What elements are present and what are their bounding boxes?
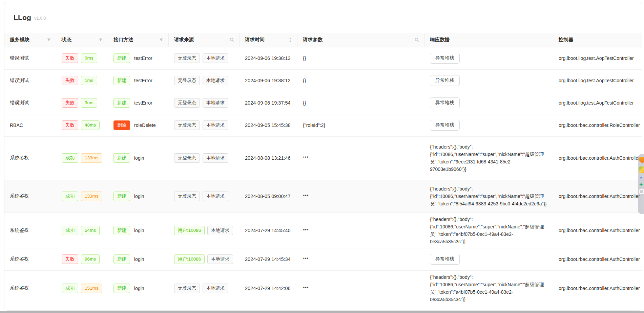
column-header-method: 接口方法 [108, 33, 169, 47]
module-cell: 错误测试 [4, 69, 56, 92]
source-tag: 本地请求 [203, 284, 228, 293]
search-icon[interactable] [230, 38, 234, 42]
response-json: {"headers":{},"body":{"id":10086,"userNa… [430, 216, 548, 245]
status-tag: 失败 [62, 120, 78, 130]
controller-cell [553, 306, 642, 311]
status-tag: 成功 [62, 226, 78, 235]
exception-stack-button[interactable]: 异常堆栈 [430, 120, 460, 131]
method-name: testError [134, 100, 152, 106]
params-cell: *** [297, 248, 424, 270]
response-cell: 异常堆栈 [424, 114, 553, 136]
params-cell: {"roleId":2} [297, 114, 424, 136]
params-cell: {} [297, 92, 424, 114]
table-row: 系统鉴权 失败96ms 新建login 用户:10086本地请求 2024-07… [4, 248, 642, 270]
duration-tag: 48ms [81, 120, 100, 130]
source-tag: 用户:10086 [174, 254, 205, 264]
method-name: login [134, 256, 144, 262]
table-row: 错误测试 失败3ms 新建testError 无登录态本地请求 2024-09-… [4, 92, 642, 114]
source-cell: 无登录态本地请求 [169, 92, 240, 114]
params-cell: *** [297, 213, 424, 248]
table-row: 系统鉴权 成功54ms 新建login 用户:10086本地请求 2024-07… [4, 213, 642, 248]
time-cell [240, 306, 297, 311]
source-cell: 无登录态本地请求 [169, 136, 240, 180]
column-header-params: 请求参数 [297, 33, 424, 47]
source-tag: 本地请求 [203, 76, 228, 85]
time-cell: 2024-09-06 19:38:12 [240, 69, 297, 92]
params-cell: {} [297, 47, 424, 69]
status-cell: 失败3ms [56, 92, 108, 114]
params-cell: *** [297, 180, 424, 213]
log-table: 服务模块 状态 接口方法 [4, 33, 642, 311]
square-icon[interactable] [639, 189, 644, 194]
controller-cell: org.lboot.rbac.controller.RoleController [553, 114, 642, 136]
app-window: LLog v1.0.0 服务模块 状态 [4, 2, 642, 311]
duration-tag: 1ms [81, 76, 97, 85]
method-name: testError [134, 78, 152, 83]
duration-tag: 133ms [81, 192, 102, 201]
column-label: 响应数据 [430, 37, 450, 43]
column-header-controller: 控制器 [553, 33, 642, 47]
exception-stack-button[interactable]: 异常堆栈 [430, 254, 460, 265]
source-cell: 无登录态本地请求 [169, 69, 240, 92]
action-tag: 新建 [113, 53, 130, 63]
module-cell: 错误测试 [4, 92, 56, 114]
module-cell: RBAC [4, 114, 56, 136]
source-tag: 无登录态 [174, 76, 200, 85]
controller-cell: org.lboot.rbac.controller.AuthController [553, 248, 642, 270]
shield-icon[interactable] [639, 157, 644, 163]
source-tag: 用户:10086 [174, 226, 205, 235]
sorter-icon[interactable] [289, 37, 292, 43]
status-cell: 成功151ms [56, 270, 108, 306]
exception-stack-button[interactable]: 异常堆栈 [430, 75, 460, 86]
filter-icon[interactable] [99, 38, 103, 42]
time-cell: 2024-09-06 19:37:54 [240, 92, 297, 114]
status-tag: 失败 [62, 76, 78, 85]
source-tag: 无登录态 [174, 98, 200, 108]
action-tag: 删除 [113, 120, 130, 130]
params-cell: {} [297, 69, 424, 92]
source-tag: 无登录态 [174, 120, 200, 130]
column-label: 控制器 [559, 37, 574, 43]
arrow-up-icon[interactable]: ✦ [639, 176, 643, 180]
gradient-extension-icon[interactable] [639, 166, 644, 173]
source-cell: 用户:10086本地请求 [169, 213, 240, 248]
plus-icon[interactable]: ✚ [639, 183, 643, 186]
duration-tag: 54ms [81, 226, 100, 235]
window-bottom-edge [0, 311, 644, 313]
search-icon[interactable] [415, 38, 419, 42]
status-tag: 失败 [62, 53, 78, 63]
response-cell: {"headers":{},"body": [424, 306, 553, 311]
status-tag: 成功 [62, 192, 78, 201]
source-tag: 本地请求 [203, 153, 228, 163]
module-cell: 系统鉴权 [4, 180, 56, 213]
column-header-time[interactable]: 请求时间 [240, 33, 297, 47]
method-name: login [134, 286, 144, 291]
status-cell: 失败96ms [56, 248, 108, 270]
status-tag: 失败 [62, 98, 78, 108]
exception-stack-button[interactable]: 异常堆栈 [430, 97, 460, 108]
exception-stack-button[interactable]: 异常堆栈 [430, 53, 460, 64]
method-name: login [134, 194, 144, 199]
action-tag: 新建 [113, 98, 130, 108]
controller-cell: org.lboot.llog.test.AopTestController [553, 47, 642, 69]
app-title: LLog [14, 14, 31, 22]
floating-extension-toolbar[interactable]: ✦ ✚ [638, 154, 644, 214]
column-label: 请求参数 [303, 37, 323, 43]
column-label: 状态 [62, 37, 71, 43]
source-tag: 本地请求 [203, 120, 228, 130]
time-cell: 2024-07-29 14:42:06 [240, 270, 297, 306]
response-cell: 异常堆栈 [424, 47, 553, 69]
filter-icon[interactable] [159, 38, 163, 42]
filter-icon[interactable] [47, 38, 51, 42]
source-cell [169, 306, 240, 311]
time-cell: 2024-08-08 13:21:46 [240, 136, 297, 180]
response-cell: 异常堆栈 [424, 248, 553, 270]
module-cell: 系统鉴权 [4, 213, 56, 248]
module-cell: 系统鉴权 [4, 270, 56, 306]
time-cell: 2024-07-29 14:45:34 [240, 248, 297, 270]
source-cell: 无登录态本地请求 [169, 270, 240, 306]
method-cell: 新建login [108, 213, 169, 248]
duration-tag: 96ms [81, 254, 100, 264]
response-cell: {"headers":{},"body":{"id":10086,"userNa… [424, 180, 553, 213]
method-name: roleDelete [134, 122, 156, 128]
